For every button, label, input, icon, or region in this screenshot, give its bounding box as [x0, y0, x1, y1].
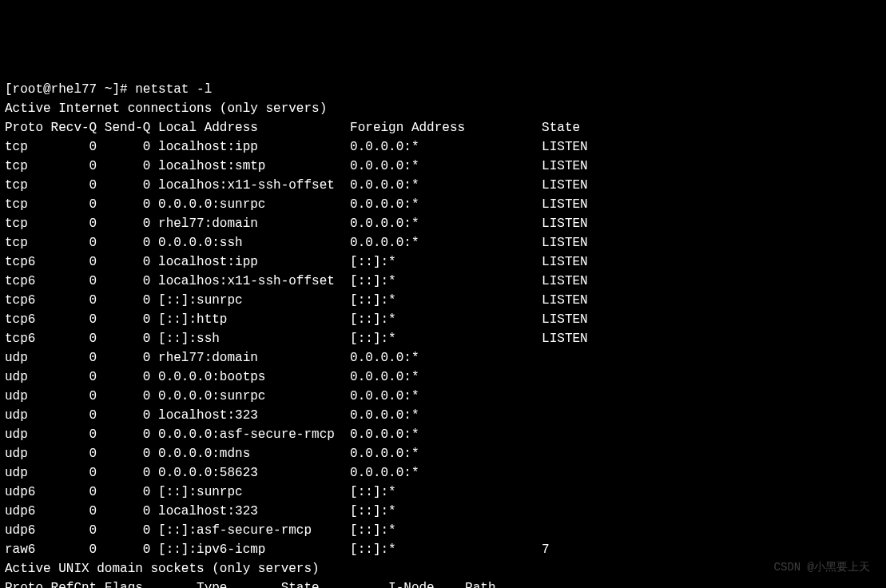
terminal-output[interactable]: [root@rhel77 ~]# netstat -l Active Inter… — [5, 80, 881, 588]
